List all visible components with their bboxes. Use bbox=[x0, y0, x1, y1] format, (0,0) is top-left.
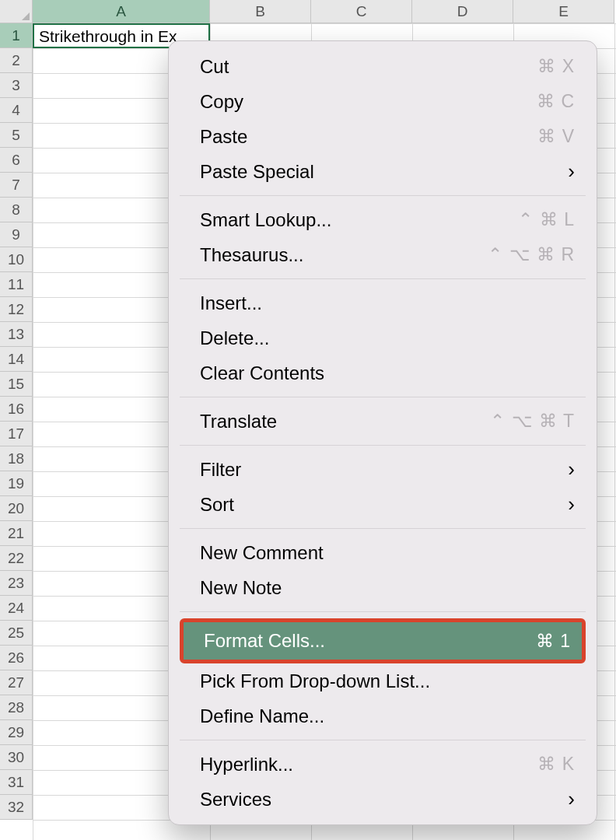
row-header-23[interactable]: 23 bbox=[0, 571, 33, 596]
row-header-26[interactable]: 26 bbox=[0, 646, 33, 670]
chevron-right-icon: › bbox=[568, 159, 575, 184]
row-header-10[interactable]: 10 bbox=[0, 247, 33, 272]
menu-thesaurus[interactable]: Thesaurus... ⌃ ⌥ ⌘ R bbox=[169, 237, 597, 272]
menu-smart-lookup[interactable]: Smart Lookup... ⌃ ⌘ L bbox=[169, 202, 597, 237]
row-header-28[interactable]: 28 bbox=[0, 695, 33, 720]
menu-label: New Comment bbox=[200, 542, 324, 564]
context-menu: Cut ⌘ X Copy ⌘ C Paste ⌘ V Paste Special… bbox=[168, 40, 597, 825]
menu-label: Clear Contents bbox=[200, 362, 324, 384]
menu-delete[interactable]: Delete... bbox=[169, 320, 597, 355]
menu-translate[interactable]: Translate ⌃ ⌥ ⌘ T bbox=[169, 404, 597, 439]
row-header-4[interactable]: 4 bbox=[0, 98, 33, 123]
menu-services[interactable]: Services › bbox=[169, 782, 597, 817]
column-headers: A B C D E bbox=[33, 0, 616, 23]
menu-separator bbox=[180, 278, 586, 279]
menu-separator bbox=[180, 397, 586, 397]
menu-cut[interactable]: Cut ⌘ X bbox=[169, 49, 597, 84]
row-header-14[interactable]: 14 bbox=[0, 347, 33, 372]
menu-label: Hyperlink... bbox=[200, 754, 293, 775]
spreadsheet: A B C D E 123456789101112131415161718192… bbox=[0, 0, 616, 840]
select-all-corner[interactable] bbox=[0, 0, 33, 23]
menu-define-name[interactable]: Define Name... bbox=[169, 698, 597, 733]
menu-label: Pick From Drop-down List... bbox=[200, 670, 430, 692]
menu-insert[interactable]: Insert... bbox=[169, 285, 597, 320]
row-header-12[interactable]: 12 bbox=[0, 297, 33, 322]
row-header-32[interactable]: 32 bbox=[0, 795, 33, 820]
col-header-C[interactable]: C bbox=[311, 0, 412, 23]
row-header-15[interactable]: 15 bbox=[0, 372, 33, 397]
row-header-31[interactable]: 31 bbox=[0, 770, 33, 795]
row-header-20[interactable]: 20 bbox=[0, 496, 33, 521]
menu-label: Smart Lookup... bbox=[200, 209, 331, 231]
menu-label: Delete... bbox=[200, 327, 269, 349]
shortcut: ⌘ V bbox=[537, 126, 575, 147]
menu-sort[interactable]: Sort › bbox=[169, 487, 597, 522]
row-header-30[interactable]: 30 bbox=[0, 745, 33, 770]
menu-label: Thesaurus... bbox=[200, 244, 303, 266]
menu-filter[interactable]: Filter › bbox=[169, 452, 597, 487]
row-header-3[interactable]: 3 bbox=[0, 73, 33, 98]
row-header-1[interactable]: 1 bbox=[0, 23, 33, 48]
row-header-17[interactable]: 17 bbox=[0, 422, 33, 446]
menu-hyperlink[interactable]: Hyperlink... ⌘ K bbox=[169, 747, 597, 782]
menu-separator bbox=[180, 740, 586, 740]
menu-label: Services bbox=[200, 789, 271, 810]
row-header-27[interactable]: 27 bbox=[0, 670, 33, 695]
col-header-B[interactable]: B bbox=[210, 0, 311, 23]
shortcut: ⌘ C bbox=[537, 91, 575, 112]
shortcut: ⌃ ⌥ ⌘ R bbox=[488, 244, 575, 265]
menu-label: Sort bbox=[200, 494, 234, 516]
col-header-A[interactable]: A bbox=[33, 0, 210, 23]
highlighted-item-border: Format Cells... ⌘ 1 bbox=[180, 618, 586, 663]
menu-format-cells[interactable]: Format Cells... ⌘ 1 bbox=[184, 622, 582, 660]
row-header-18[interactable]: 18 bbox=[0, 446, 33, 471]
row-header-9[interactable]: 9 bbox=[0, 222, 33, 247]
menu-label: Insert... bbox=[200, 292, 262, 314]
chevron-right-icon: › bbox=[568, 492, 575, 516]
menu-label: Filter bbox=[200, 459, 241, 481]
row-header-5[interactable]: 5 bbox=[0, 123, 33, 148]
menu-separator bbox=[180, 611, 586, 612]
row-header-25[interactable]: 25 bbox=[0, 621, 33, 646]
menu-separator bbox=[180, 195, 586, 196]
row-header-22[interactable]: 22 bbox=[0, 546, 33, 571]
col-header-D[interactable]: D bbox=[412, 0, 513, 23]
menu-new-comment[interactable]: New Comment bbox=[169, 535, 597, 570]
shortcut: ⌘ X bbox=[537, 56, 575, 77]
menu-label: Define Name... bbox=[200, 705, 324, 727]
row-header-11[interactable]: 11 bbox=[0, 272, 33, 297]
row-header-24[interactable]: 24 bbox=[0, 596, 33, 621]
row-header-16[interactable]: 16 bbox=[0, 397, 33, 422]
row-header-13[interactable]: 13 bbox=[0, 322, 33, 347]
menu-label: Paste Special bbox=[200, 161, 314, 183]
chevron-right-icon: › bbox=[568, 787, 575, 811]
menu-label: Paste bbox=[200, 126, 247, 148]
row-headers: 1234567891011121314151617181920212223242… bbox=[0, 23, 33, 820]
menu-new-note[interactable]: New Note bbox=[169, 570, 597, 605]
menu-clear-contents[interactable]: Clear Contents bbox=[169, 355, 597, 390]
row-header-19[interactable]: 19 bbox=[0, 471, 33, 496]
row-header-7[interactable]: 7 bbox=[0, 173, 33, 198]
chevron-right-icon: › bbox=[568, 457, 575, 481]
menu-label: Translate bbox=[200, 411, 277, 432]
menu-label: New Note bbox=[200, 577, 282, 599]
shortcut: ⌃ ⌘ L bbox=[518, 209, 575, 230]
menu-copy[interactable]: Copy ⌘ C bbox=[169, 84, 597, 119]
menu-label: Cut bbox=[200, 56, 229, 78]
menu-separator bbox=[180, 445, 586, 446]
menu-separator bbox=[180, 528, 586, 529]
shortcut: ⌃ ⌥ ⌘ T bbox=[490, 411, 575, 432]
shortcut: ⌘ 1 bbox=[536, 631, 571, 652]
row-header-6[interactable]: 6 bbox=[0, 148, 33, 173]
shortcut: ⌘ K bbox=[537, 754, 575, 775]
row-header-2[interactable]: 2 bbox=[0, 48, 33, 73]
row-header-8[interactable]: 8 bbox=[0, 198, 33, 222]
col-header-E[interactable]: E bbox=[513, 0, 614, 23]
menu-label: Copy bbox=[200, 91, 243, 113]
menu-pick-from-list[interactable]: Pick From Drop-down List... bbox=[169, 663, 597, 698]
row-header-29[interactable]: 29 bbox=[0, 720, 33, 745]
row-header-21[interactable]: 21 bbox=[0, 521, 33, 546]
menu-paste[interactable]: Paste ⌘ V bbox=[169, 119, 597, 154]
menu-paste-special[interactable]: Paste Special › bbox=[169, 154, 597, 189]
menu-label: Format Cells... bbox=[204, 630, 325, 652]
